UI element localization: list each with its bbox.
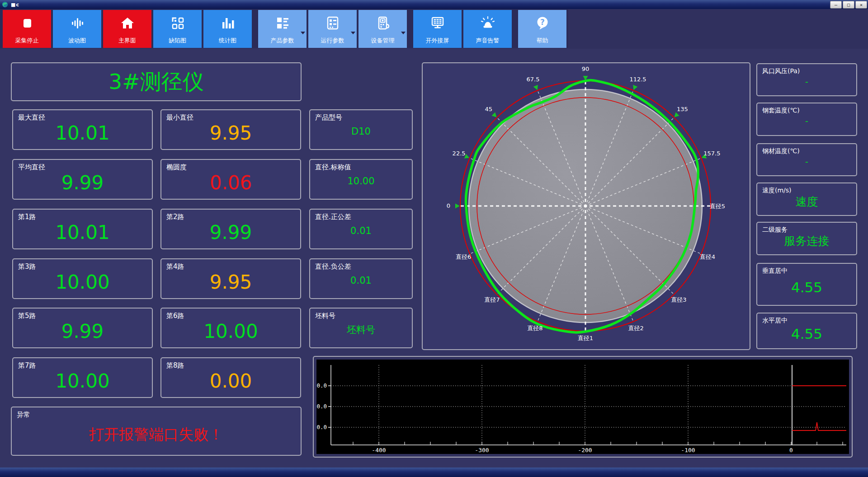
toolbar-button-home[interactable]: 主界面 <box>103 10 151 48</box>
measurement-card: 第7路 10.00 <box>12 357 153 398</box>
stop-icon <box>19 16 34 31</box>
status-card: 二级服务 服务连接 <box>756 222 857 255</box>
measurement-card: 最大直径 10.01 <box>12 109 153 150</box>
status-label: 速度(m/s) <box>762 187 792 195</box>
svg-text:直径3: 直径3 <box>671 296 686 303</box>
maximize-button[interactable]: □ <box>843 1 854 9</box>
toolbar-button-defect-map[interactable]: 缺陷图 <box>153 10 202 48</box>
measurement-label: 最小直径 <box>166 113 193 122</box>
status-label: 钢材温度(℃) <box>762 147 800 155</box>
measurement-value: 9.95 <box>161 122 300 144</box>
measurement-value: D10 <box>310 126 412 137</box>
measurement-value: 0.06 <box>161 172 300 194</box>
svg-text:直径6: 直径6 <box>456 253 471 260</box>
status-label: 风口风压(Pa) <box>762 67 800 75</box>
measurement-label: 第7路 <box>18 361 36 370</box>
toolbar-button-label: 采集停止 <box>15 37 39 45</box>
status-value: 速度 <box>757 194 856 209</box>
status-card: 水平居中 4.55 <box>756 313 857 349</box>
window-controls: –□✕ <box>830 1 867 9</box>
sound-alarm-icon <box>480 16 495 31</box>
dropdown-arrow-icon[interactable] <box>401 32 406 34</box>
measurement-label: 第2路 <box>166 213 184 221</box>
minimize-button[interactable]: – <box>830 1 842 9</box>
toolbar-button-external-screen[interactable]: 开外接屏 <box>413 10 462 48</box>
measurement-value: 10.00 <box>13 271 152 293</box>
status-label: 二级服务 <box>762 226 788 234</box>
svg-text:0: 0 <box>447 202 450 209</box>
close-button[interactable]: ✕ <box>855 1 867 9</box>
measurement-label: 直径.负公差 <box>315 262 351 271</box>
alarm-label: 异常 <box>17 411 30 419</box>
status-value: 服务连接 <box>757 234 856 248</box>
measurement-card: 椭圆度 0.06 <box>160 159 301 200</box>
gauge-title: 3#测径仪 <box>12 68 301 96</box>
measurement-label: 平均直径 <box>18 163 45 172</box>
status-value: 4.55 <box>757 279 856 295</box>
toolbar-button-help[interactable]: ?帮助 <box>518 10 566 48</box>
measurement-label: 第6路 <box>166 312 184 320</box>
dropdown-arrow-icon[interactable] <box>351 32 355 34</box>
status-value: 4.55 <box>757 325 856 341</box>
status-value: - <box>757 116 856 126</box>
svg-text:直径5: 直径5 <box>710 203 725 210</box>
measurement-value: 10.00 <box>161 320 300 342</box>
svg-text:135: 135 <box>677 106 688 112</box>
toolbar-button-sound-alarm[interactable]: 声音告警 <box>463 10 512 48</box>
main-toolbar: 采集停止波动图主界面缺陷图统计图产品参数运行参数设备管理开外接屏声音告警?帮助 <box>0 9 868 49</box>
svg-text:直径4: 直径4 <box>700 253 715 260</box>
measurement-card: 最小直径 9.95 <box>160 109 301 150</box>
toolbar-button-label: 产品参数 <box>271 37 294 45</box>
measurement-value: 9.99 <box>13 320 152 342</box>
measurement-value: 10.00 <box>310 176 412 187</box>
toolbar-button-run-params[interactable]: 运行参数 <box>308 10 357 48</box>
measurement-label: 坯料号 <box>315 312 335 320</box>
toolbar-button-label: 主界面 <box>118 37 136 45</box>
measurement-card: 第3路 10.00 <box>12 258 153 299</box>
toolbar-button-stop[interactable]: 采集停止 <box>3 10 51 48</box>
measurement-card: 坯料号 坯料号 <box>309 308 413 348</box>
help-icon: ? <box>535 16 550 31</box>
toolbar-button-product-params[interactable]: 产品参数 <box>258 10 307 48</box>
svg-text:-300: -300 <box>475 447 489 454</box>
measurement-value: 9.95 <box>161 271 300 293</box>
status-label: 垂直居中 <box>762 267 788 275</box>
toolbar-button-bar-chart[interactable]: 统计图 <box>203 10 252 48</box>
svg-text:0: 0 <box>789 447 793 454</box>
measurement-value: 9.99 <box>13 172 152 194</box>
measurement-label: 第5路 <box>18 312 36 320</box>
measurement-card: 平均直径 9.99 <box>12 159 153 200</box>
status-card: 钢套温度(℃) - <box>756 103 857 136</box>
svg-text:10.0: 10.0 <box>316 382 327 389</box>
toolbar-button-label: 设备管理 <box>371 37 395 45</box>
run-params-icon <box>325 16 340 31</box>
measurement-label: 最大直径 <box>18 113 45 122</box>
toolbar-button-label: 帮助 <box>537 37 548 45</box>
alarm-message: 打开报警端口失败！ <box>12 424 301 444</box>
measurement-value: 0.01 <box>310 225 412 236</box>
status-card: 速度(m/s) 速度 <box>756 182 857 216</box>
svg-text:-400: -400 <box>372 447 386 454</box>
svg-text:90: 90 <box>582 65 590 72</box>
measurement-value: 10.01 <box>13 221 152 243</box>
dropdown-arrow-icon[interactable] <box>301 32 305 34</box>
trend-chart-panel: 10.010.010.0-400-300-200-1000 <box>313 356 853 458</box>
svg-text:直径8: 直径8 <box>527 325 542 332</box>
measurement-value: 坯料号 <box>310 323 412 336</box>
measurement-label: 第1路 <box>18 213 36 221</box>
measurement-label: 椭圆度 <box>166 163 187 172</box>
measurement-label: 直径.正公差 <box>315 213 351 221</box>
measurement-card: 第2路 9.99 <box>160 209 301 249</box>
toolbar-button-device-manage[interactable]: 设备管理 <box>359 10 407 48</box>
svg-text:-200: -200 <box>578 447 592 454</box>
toolbar-button-waveform[interactable]: 波动图 <box>53 10 101 48</box>
status-value: - <box>757 76 856 86</box>
measurement-value: 0.00 <box>161 370 300 392</box>
svg-text:直径7: 直径7 <box>484 296 500 303</box>
status-card: 垂直居中 4.55 <box>756 263 857 306</box>
bar-chart-icon <box>220 16 235 31</box>
window-title: ■c <box>11 2 19 8</box>
toolbar-button-label: 缺陷图 <box>169 37 186 45</box>
measurement-label: 直径.标称值 <box>315 163 351 172</box>
svg-text:直径1: 直径1 <box>578 335 593 341</box>
